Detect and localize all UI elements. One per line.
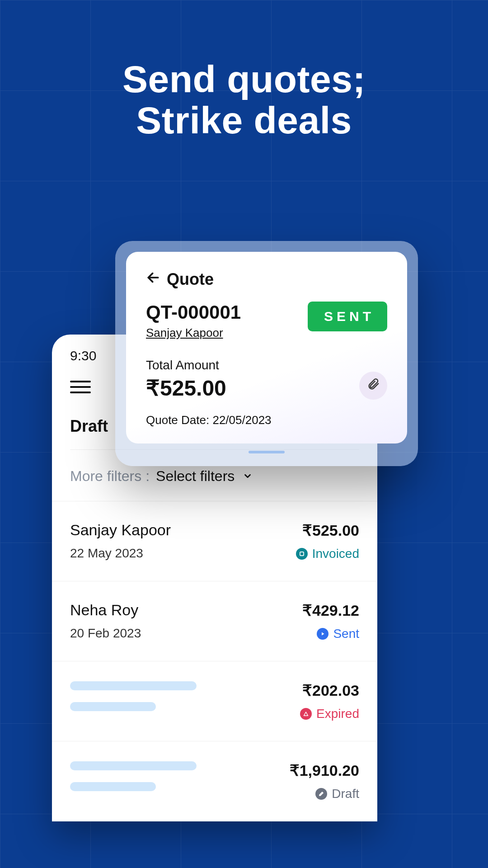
skeleton-name [70, 761, 197, 770]
card-indicator [249, 451, 285, 453]
total-amount-label: Total Amount [146, 358, 226, 373]
quote-list-item[interactable]: Sanjay Kapoor 22 May 2023 ₹525.00 Invoic… [52, 501, 377, 581]
back-arrow-icon[interactable] [146, 270, 160, 289]
sent-icon [317, 628, 328, 640]
quote-amount: ₹525.00 [296, 521, 359, 539]
svg-marker-2 [304, 712, 308, 716]
quote-list-item[interactable]: ₹1,910.20 Draft [52, 741, 377, 821]
client-name: Neha Roy [70, 601, 141, 619]
headline-line-2: Strike deals [0, 100, 488, 141]
quote-date: 22 May 2023 [70, 546, 171, 561]
status-badge: Expired [300, 707, 359, 721]
quote-amount: ₹429.12 [302, 601, 359, 619]
skeleton-name [70, 681, 197, 690]
headline-line-1: Send quotes; [0, 59, 488, 100]
filters-value: Select filters [156, 468, 235, 485]
invoiced-icon [296, 548, 308, 560]
total-amount-value: ₹525.00 [146, 375, 226, 401]
menu-icon[interactable] [70, 377, 91, 397]
skeleton-date [70, 702, 156, 711]
quote-list-item[interactable]: Neha Roy 20 Feb 2023 ₹429.12 Sent [52, 581, 377, 661]
quote-amount: ₹1,910.20 [290, 761, 359, 779]
marketing-headline: Send quotes; Strike deals [0, 59, 488, 141]
skeleton-date [70, 782, 156, 791]
status-time: 9:30 [70, 348, 96, 363]
paperclip-icon [366, 377, 380, 394]
quote-date: 20 Feb 2023 [70, 626, 141, 641]
status-badge: Draft [315, 787, 359, 801]
status-badge: Invoiced [296, 547, 359, 561]
quote-amount: ₹202.03 [300, 681, 359, 699]
quote-date-label: Quote Date: 22/05/2023 [146, 413, 387, 427]
quote-section-title: Quote [167, 270, 214, 289]
quote-detail-wrapper: Quote QT-000001 Sanjay Kapoor SENT Total… [115, 241, 418, 466]
quote-list-item[interactable]: ₹202.03 Expired [52, 661, 377, 741]
status-badge: Sent [317, 627, 359, 641]
status-text: Expired [316, 707, 359, 721]
status-text: Invoiced [312, 547, 359, 561]
chevron-down-icon [243, 468, 253, 485]
status-text: Sent [333, 627, 359, 641]
client-link[interactable]: Sanjay Kapoor [146, 326, 223, 340]
status-sent-badge: SENT [308, 302, 387, 331]
attachment-button[interactable] [359, 372, 387, 400]
draft-icon [315, 788, 327, 800]
svg-marker-1 [322, 632, 324, 636]
filters-label: More filters : [70, 468, 150, 485]
client-name: Sanjay Kapoor [70, 521, 171, 539]
quote-detail-card: Quote QT-000001 Sanjay Kapoor SENT Total… [126, 252, 407, 443]
quote-id: QT-000001 [146, 302, 241, 323]
svg-rect-0 [300, 552, 304, 556]
status-text: Draft [332, 787, 359, 801]
expired-icon [300, 708, 312, 720]
